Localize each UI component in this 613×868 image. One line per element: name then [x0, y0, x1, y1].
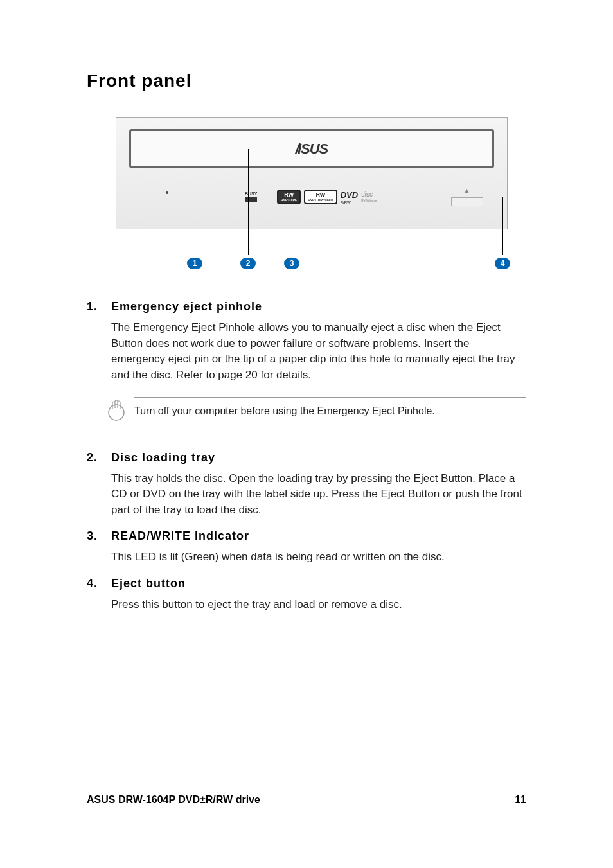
section-3-title: READ/WRITE indicator	[111, 529, 249, 543]
hand-warning-icon	[103, 396, 134, 427]
rw-dl-badge: RW DVD+R DL	[277, 190, 301, 204]
note-text: Turn off your computer before using the …	[134, 405, 435, 416]
callout-2: 2	[240, 258, 256, 269]
callout-4: 4	[495, 258, 510, 269]
rw-rewritable-badge: RW DVD+ReWritable	[304, 190, 337, 204]
callout-1: 1	[187, 258, 202, 269]
emergency-pinhole-icon	[166, 191, 168, 194]
busy-led-icon	[245, 197, 257, 202]
document-page: Front panel ISUS BUSY RW DVD+R DL RW	[0, 0, 613, 613]
footer-page-number: 11	[515, 794, 526, 806]
eject-button-graphic	[451, 197, 483, 206]
dvd-badge: DVD R/RW	[341, 189, 358, 204]
svg-point-0	[109, 405, 124, 420]
section-3-body: This LED is lit (Green) when data is bei…	[111, 549, 526, 565]
eject-button-area: ▲	[449, 186, 484, 206]
section-3: 3. READ/WRITE indicator This LED is lit …	[87, 529, 526, 565]
note-text-wrap: Turn off your computer before using the …	[134, 397, 526, 425]
section-2-num: 2.	[87, 451, 111, 465]
asus-logo: ISUS	[296, 141, 328, 157]
section-2-title: Disc loading tray	[111, 451, 215, 465]
footer-product-name: ASUS DRW-1604P DVD±R/RW drive	[87, 794, 260, 806]
section-1-title: Emergency eject pinhole	[111, 300, 262, 314]
section-4-body: Press this button to eject the tray and …	[111, 597, 526, 613]
callout-line-2	[248, 149, 249, 255]
section-2: 2. Disc loading tray This tray holds the…	[87, 451, 526, 518]
section-4-heading: 4. Eject button	[87, 577, 526, 590]
drive-bottom-strip: BUSY RW DVD+R DL RW DVD+ReWritable DVD R…	[129, 185, 494, 217]
disc-rewritable-badge: disc ReWritable	[361, 191, 377, 202]
busy-label: BUSY	[245, 191, 257, 196]
section-4-num: 4.	[87, 577, 111, 590]
page-footer: ASUS DRW-1604P DVD±R/RW drive 11	[87, 786, 526, 806]
section-2-body: This tray holds the disc. Open the loadi…	[111, 471, 526, 518]
section-3-num: 3.	[87, 529, 111, 543]
section-1-body: The Emergency Eject Pinhole allows you t…	[111, 320, 526, 384]
warning-note: Turn off your computer before using the …	[103, 396, 526, 427]
section-1-num: 1.	[87, 300, 111, 314]
drive-illustration: ISUS BUSY RW DVD+R DL RW DVD+ReWritable	[116, 117, 508, 229]
eject-icon: ▲	[449, 186, 484, 195]
section-2-heading: 2. Disc loading tray	[87, 451, 526, 465]
section-4-title: Eject button	[111, 577, 186, 590]
callout-line-1	[195, 191, 195, 255]
front-panel-diagram: ISUS BUSY RW DVD+R DL RW DVD+ReWritable	[116, 117, 526, 274]
section-4: 4. Eject button Press this button to eje…	[87, 577, 526, 613]
section-1-heading: 1. Emergency eject pinhole	[87, 300, 526, 314]
callout-indicators: 1 2 3 4	[145, 229, 537, 274]
busy-indicator: BUSY	[245, 191, 257, 202]
disc-tray-slot: ISUS	[129, 129, 494, 168]
callout-line-3	[292, 197, 292, 255]
section-1: 1. Emergency eject pinhole The Emergency…	[87, 300, 526, 427]
callout-line-4	[502, 197, 503, 255]
callout-3: 3	[284, 258, 299, 269]
section-3-heading: 3. READ/WRITE indicator	[87, 529, 526, 543]
page-title: Front panel	[87, 71, 526, 91]
